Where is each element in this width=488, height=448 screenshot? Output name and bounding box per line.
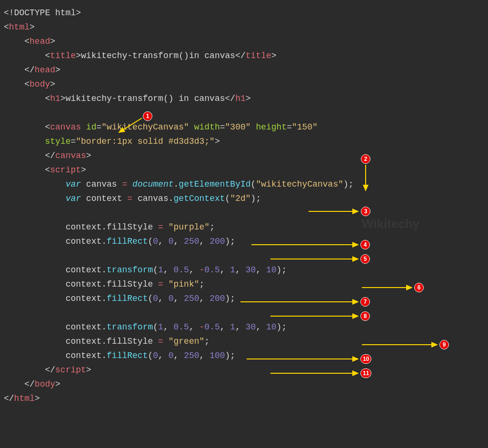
annotation-badge-5: 5 (360, 254, 370, 264)
annotation-badge-6: 6 (414, 283, 424, 292)
annotation-badge-9: 9 (439, 340, 449, 349)
annotation-badge-4: 4 (360, 240, 370, 249)
annotation-badge-3: 3 (361, 207, 370, 216)
annotation-badge-7: 7 (360, 297, 370, 307)
doctype-line: <!DOCTYPE html> (4, 8, 81, 18)
annotation-badge-1: 1 (143, 111, 152, 121)
annotation-badge-8: 8 (360, 311, 370, 321)
annotation-badge-11: 11 (360, 368, 371, 378)
annotation-badge-10: 10 (360, 354, 371, 364)
code-block: <!DOCTYPE html> <html> <head> <title>wik… (0, 0, 488, 411)
annotation-badge-2: 2 (361, 154, 370, 164)
